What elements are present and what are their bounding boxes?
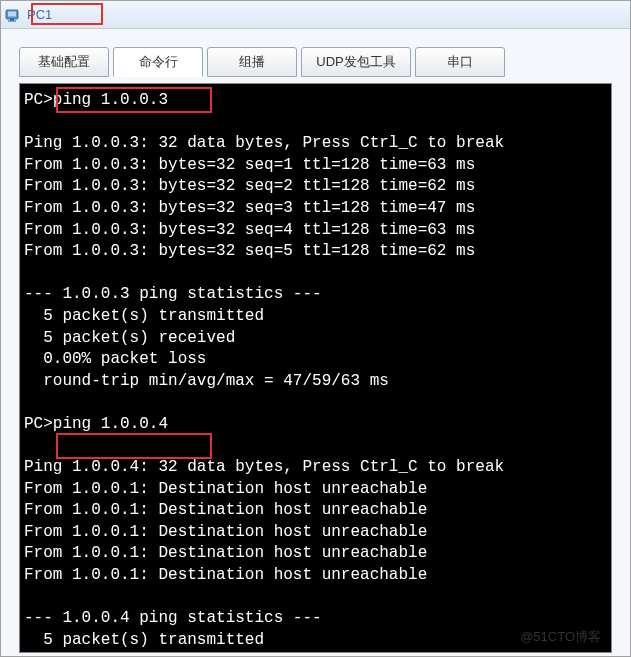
tab-serial[interactable]: 串口	[415, 47, 505, 77]
svg-rect-1	[8, 11, 16, 16]
tab-bar: 基础配置 命令行 组播 UDP发包工具 串口	[19, 47, 612, 77]
tab-multicast[interactable]: 组播	[207, 47, 297, 77]
tab-udp-tool[interactable]: UDP发包工具	[301, 47, 411, 77]
prompt: PC>	[24, 91, 53, 109]
ping-output-2: Ping 1.0.0.4: 32 data bytes, Press Ctrl_…	[24, 458, 504, 649]
app-icon	[5, 7, 23, 23]
watermark: @51CTO博客	[520, 628, 601, 646]
tab-command-line[interactable]: 命令行	[113, 47, 203, 77]
terminal-output[interactable]: PC>ping 1.0.0.3 Ping 1.0.0.3: 32 data by…	[19, 83, 612, 653]
prompt: PC>	[24, 415, 53, 433]
titlebar[interactable]: PC1	[1, 1, 630, 29]
command-2: ping 1.0.0.4	[53, 415, 168, 433]
body-area: 基础配置 命令行 组播 UDP发包工具 串口 PC>ping 1.0.0.3 P…	[1, 29, 630, 656]
window-title: PC1	[27, 7, 52, 22]
command-1: ping 1.0.0.3	[53, 91, 168, 109]
svg-rect-3	[8, 20, 16, 21]
tab-basic-config[interactable]: 基础配置	[19, 47, 109, 77]
ping-output-1: Ping 1.0.0.3: 32 data bytes, Press Ctrl_…	[24, 134, 504, 390]
command-highlight-2	[56, 433, 212, 459]
svg-rect-2	[10, 19, 14, 21]
app-window: PC1 基础配置 命令行 组播 UDP发包工具 串口 PC>ping 1.0.0…	[0, 0, 631, 657]
